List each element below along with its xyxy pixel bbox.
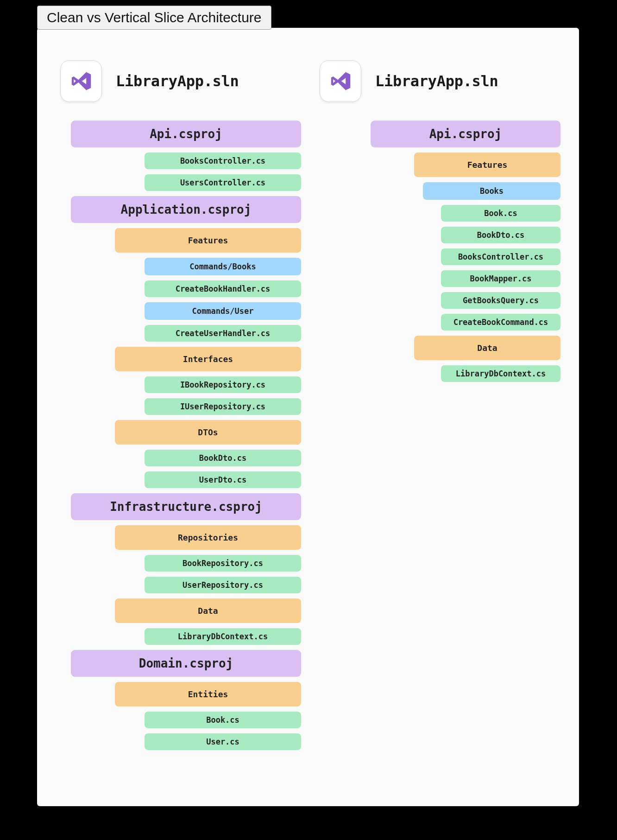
folder-node: Features [414,153,560,177]
file-node: CreateUserHandler.cs [145,325,301,342]
subfolder-node: Commands/Books [145,258,301,275]
folder-node: Features [115,228,301,253]
solution-header: LibraryApp.sln [60,60,301,102]
file-node: CreateBookCommand.cs [441,314,560,331]
subfolder-node: Commands/User [145,302,301,320]
diagram-card: LibraryApp.sln Api.csproj BooksControlle… [37,28,579,806]
vertical-slice-column: LibraryApp.sln Api.csproj Features Books… [315,60,560,755]
folder-node: Data [414,336,560,360]
file-node: LibraryDbContext.cs [145,628,301,645]
folder-node: Repositories [115,525,301,550]
file-node: BooksController.cs [145,153,301,169]
project-node: Api.csproj [371,121,560,147]
project-node: Application.csproj [71,196,301,223]
file-node: BookDto.cs [441,227,560,243]
diagram-title: Clean vs Vertical Slice Architecture [37,6,271,30]
file-node: Book.cs [441,205,560,222]
folder-node: Entities [115,682,301,706]
file-node: LibraryDbContext.cs [441,365,560,382]
file-node: BookRepository.cs [145,555,301,572]
project-node: Domain.csproj [71,650,301,677]
file-node: BookMapper.cs [441,270,560,287]
file-node: UserRepository.cs [145,577,301,593]
file-node: IBookRepository.cs [145,376,301,393]
folder-node: Interfaces [115,347,301,371]
file-node: BooksController.cs [441,248,560,265]
project-node: Infrastructure.csproj [71,493,301,520]
solution-name: LibraryApp.sln [375,72,498,90]
solution-header: LibraryApp.sln [320,60,560,102]
folder-node: Data [115,598,301,623]
subfolder-node: Books [423,182,560,200]
file-node: User.cs [145,733,301,750]
solution-name: LibraryApp.sln [116,72,239,90]
file-node: UsersController.cs [145,174,301,191]
file-node: BookDto.cs [145,450,301,466]
visual-studio-icon [320,60,361,102]
project-node: Api.csproj [71,121,301,147]
file-node: IUserRepository.cs [145,398,301,415]
visual-studio-icon [60,60,102,102]
file-node: UserDto.cs [145,471,301,488]
file-node: Book.cs [145,712,301,728]
file-node: CreateBookHandler.cs [145,280,301,297]
file-node: GetBooksQuery.cs [441,292,560,309]
folder-node: DTOs [115,420,301,445]
clean-architecture-column: LibraryApp.sln Api.csproj BooksControlle… [56,60,301,755]
